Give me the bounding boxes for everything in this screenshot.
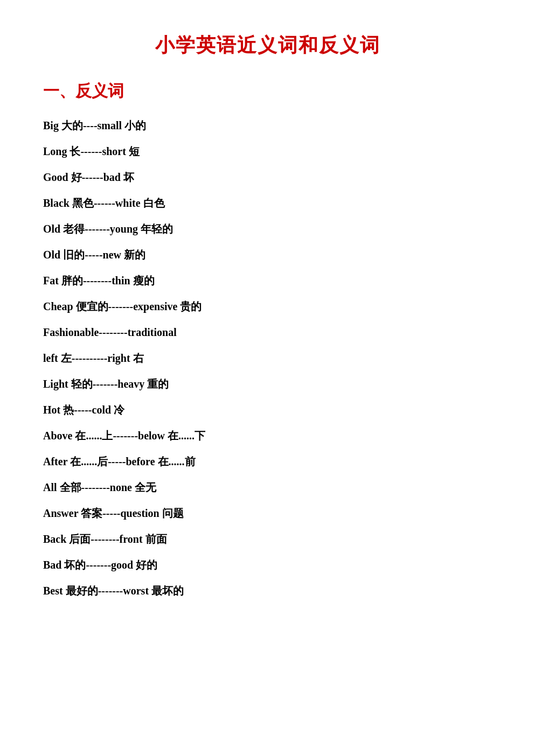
vocab-item-16: Answer 答案-----question 问题	[43, 505, 492, 521]
vocab-item-7: Fat 胖的--------thin 瘦的	[43, 272, 492, 289]
antonyms-list: Big 大的----small 小的Long 长------short 短Goo…	[43, 117, 492, 599]
vocab-item-9: Fashionable--------traditional	[43, 324, 492, 340]
vocab-item-15: All 全部--------none 全无	[43, 479, 492, 495]
vocab-item-1: Big 大的----small 小的	[43, 117, 492, 134]
vocab-item-11: Light 轻的-------heavy 重的	[43, 376, 492, 392]
vocab-item-10: left 左----------right 右	[43, 350, 492, 366]
vocab-item-14: After 在......后-----before 在......前	[43, 453, 492, 470]
vocab-item-19: Best 最好的-------worst 最坏的	[43, 583, 492, 599]
vocab-item-8: Cheap 便宜的-------expensive 贵的	[43, 298, 492, 314]
vocab-item-13: Above 在......上-------below 在......下	[43, 428, 492, 444]
vocab-item-6: Old 旧的-----new 新的	[43, 247, 492, 263]
vocab-item-5: Old 老得-------young 年轻的	[43, 221, 492, 237]
section-antonyms-heading: 一、反义词	[43, 80, 492, 102]
vocab-item-3: Good 好------bad 坏	[43, 169, 492, 185]
vocab-item-12: Hot 热-----cold 冷	[43, 402, 492, 418]
page-title: 小学英语近义词和反义词	[43, 32, 492, 59]
vocab-item-17: Back 后面--------front 前面	[43, 531, 492, 547]
vocab-item-2: Long 长------short 短	[43, 143, 492, 159]
vocab-item-4: Black 黑色------white 白色	[43, 195, 492, 211]
vocab-item-18: Bad 坏的-------good 好的	[43, 557, 492, 573]
